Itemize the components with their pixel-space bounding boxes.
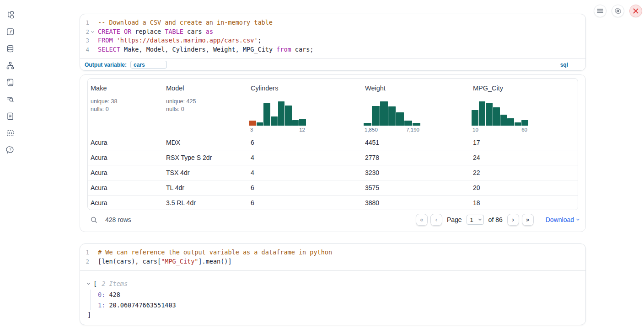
- sql-cell: 1-- Download a CSV and create an in-memo…: [80, 14, 586, 71]
- column-header-cylinders[interactable]: Cylinders312: [248, 79, 362, 135]
- table-row[interactable]: AcuraRSX Type S 2dr4277824: [88, 150, 578, 165]
- language-badge: sql: [560, 62, 568, 68]
- last-page-button[interactable]: »: [522, 214, 534, 226]
- table-row[interactable]: AcuraMDX6445117: [88, 135, 578, 150]
- settings-button[interactable]: [612, 5, 624, 17]
- table-cell: Acura: [88, 169, 163, 176]
- histogram-bar: [404, 121, 412, 126]
- table-cell: 6: [248, 184, 362, 191]
- line-number: 2: [84, 27, 89, 37]
- histogram-bar: [493, 107, 500, 126]
- code-line: 1# We can reference the output variable …: [80, 248, 585, 257]
- histogram-bar: [292, 120, 299, 126]
- close-button[interactable]: [629, 5, 642, 17]
- page-select[interactable]: 1: [467, 215, 484, 225]
- histogram-bar: [285, 106, 292, 126]
- table-cell: 18: [470, 199, 577, 206]
- code-text: SELECT Make, Model, Cylinders, Weight, M…: [98, 45, 313, 54]
- table-cell: Acura: [88, 199, 163, 206]
- search-list-icon[interactable]: [6, 95, 15, 104]
- table-cell: Acura: [88, 184, 163, 191]
- chevron-down-icon: [478, 217, 482, 221]
- sidebar: f ?: [0, 0, 20, 333]
- sql-code-editor[interactable]: 1-- Download a CSV and create an in-memo…: [80, 14, 585, 54]
- histogram-bar: [413, 123, 420, 126]
- histogram-bar: [500, 115, 507, 126]
- column-label: Model: [166, 85, 248, 92]
- python-output: [ 2 Items 0: 4281: 20.060747663551403 ]: [80, 271, 585, 319]
- python-code-editor[interactable]: 1# We can reference the output variable …: [80, 244, 585, 271]
- code-text: -- Download a CSV and create an in-memor…: [98, 18, 273, 27]
- item-key: 0:: [98, 291, 105, 298]
- pagination: « ‹ Page 1 of 86 › » Download: [416, 214, 579, 226]
- histogram-bar: [486, 103, 493, 126]
- histogram-bar: [263, 103, 270, 126]
- table-cell: 6: [248, 199, 362, 206]
- histogram-bar: [364, 123, 371, 126]
- chevron-down-icon: [576, 217, 580, 221]
- column-histogram: 312: [249, 101, 306, 132]
- column-header-weight[interactable]: Weight1,8507,190: [362, 79, 470, 135]
- search-icon[interactable]: [90, 216, 98, 224]
- code-text: FROM 'https://datasets.marimo.app/cars.c…: [98, 36, 262, 45]
- output-list-item: 0: 428: [98, 290, 585, 300]
- menu-button[interactable]: [594, 5, 606, 17]
- open-bracket: [: [93, 280, 97, 287]
- function-icon[interactable]: f: [6, 27, 15, 36]
- code-snippet-icon[interactable]: [6, 129, 15, 137]
- histogram-bar: [271, 116, 278, 126]
- table-cell: 4: [248, 154, 362, 161]
- column-stats: unique: 425nulls: 0: [166, 98, 248, 113]
- table-row[interactable]: AcuraTSX 4dr4323022: [88, 165, 578, 180]
- output-variable-input[interactable]: [130, 61, 167, 69]
- row-count: 428 rows: [105, 216, 131, 223]
- help-icon[interactable]: ?: [6, 146, 15, 154]
- table-cell: 3230: [362, 169, 470, 176]
- table-cell: 22: [470, 169, 577, 176]
- download-button[interactable]: Download: [546, 216, 579, 223]
- output-list-entries: 0: 4281: 20.060747663551403: [90, 290, 585, 310]
- prev-page-button[interactable]: ‹: [430, 214, 442, 226]
- fold-gutter: [89, 36, 96, 45]
- close-bracket: ]: [87, 310, 585, 319]
- column-header-mpg_city[interactable]: MPG_City1060: [470, 79, 577, 135]
- histogram-bar: [521, 120, 528, 126]
- collapse-caret-icon[interactable]: [87, 281, 90, 285]
- fold-caret-icon[interactable]: [91, 30, 94, 33]
- histogram-bar: [372, 106, 380, 126]
- code-text: # We can reference the output variable a…: [98, 248, 332, 257]
- file-tree-icon[interactable]: [6, 11, 15, 19]
- histogram-bar: [380, 101, 388, 126]
- table-cell: 20: [470, 184, 577, 191]
- table-cell: 4: [248, 169, 362, 176]
- histogram-bar: [507, 118, 514, 126]
- axis-max-label: 60: [521, 127, 527, 132]
- page-total-label: of 86: [488, 216, 503, 223]
- table-row[interactable]: AcuraTL 4dr6357520: [88, 180, 578, 195]
- table-row[interactable]: Acura3.5 RL 4dr6388018: [88, 195, 578, 210]
- svg-text:?: ?: [9, 148, 11, 152]
- document-icon[interactable]: [6, 112, 15, 121]
- item-value: 428: [105, 291, 120, 298]
- item-value: 20.060747663551403: [105, 301, 176, 309]
- table-cell: 3.5 RL 4dr: [163, 199, 248, 206]
- histogram-bar: [249, 121, 256, 126]
- column-header-model[interactable]: Modelunique: 425nulls: 0: [163, 79, 248, 135]
- fold-gutter: [89, 257, 96, 266]
- next-page-button[interactable]: ›: [507, 214, 519, 226]
- axis-max-label: 7,190: [406, 127, 419, 132]
- table-cell: Acura: [88, 139, 163, 146]
- python-cell: 1# We can reference the output variable …: [80, 243, 586, 325]
- histogram-bars: [472, 101, 528, 126]
- table-cell: 4451: [362, 139, 470, 146]
- database-icon[interactable]: [6, 44, 15, 53]
- line-number: 4: [84, 45, 89, 54]
- first-page-button[interactable]: «: [416, 214, 428, 226]
- fold-gutter: [89, 248, 96, 257]
- axis-max-label: 12: [299, 127, 305, 132]
- line-number: 1: [84, 248, 89, 257]
- column-header-make[interactable]: Makeunique: 38nulls: 0: [88, 79, 163, 135]
- table-header-row: Makeunique: 38nulls: 0Modelunique: 425nu…: [88, 79, 578, 135]
- scroll-icon[interactable]: [6, 78, 15, 87]
- graph-icon[interactable]: [6, 61, 15, 70]
